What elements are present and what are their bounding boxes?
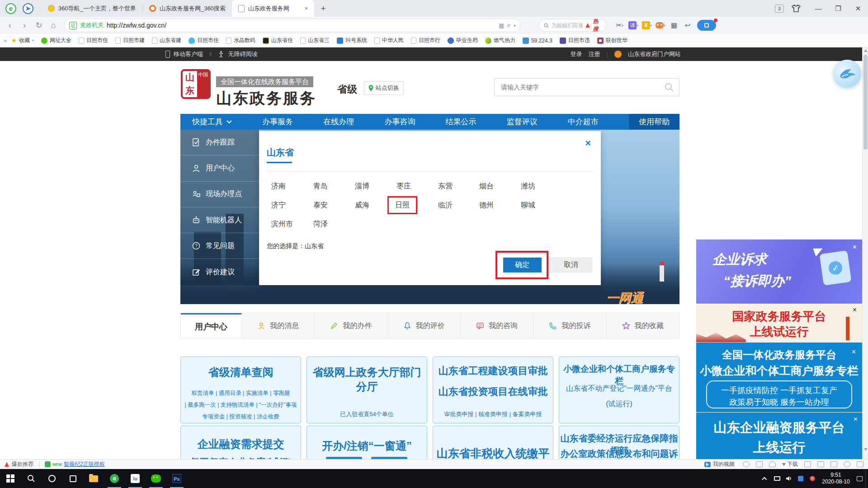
bookmark-item[interactable]: 日照市住 [79,37,108,44]
chevron-down-icon[interactable]: ▾ [514,23,516,28]
city-option[interactable]: 青岛 [313,182,345,191]
card-links[interactable]: 审批类申报 | 核准类申报 | 备案类申报 [433,410,553,418]
promo-link[interactable]: 鬓薇纪2正版授权 [64,460,105,468]
tray-expand-icon[interactable] [760,469,771,488]
tab-my-items[interactable]: 我的办件 [314,313,387,338]
forward-button[interactable]: › [17,19,32,32]
start-button[interactable] [0,469,21,488]
cancel-button[interactable]: 取消 [550,258,592,272]
action-center-icon[interactable] [854,469,865,488]
bookmark-item[interactable]: 59.224.3 [523,38,552,44]
sidebar-item-robot[interactable]: 智能机器人 [180,207,259,233]
accessibility-link[interactable]: 无障碍阅读 [228,50,257,58]
bookmark-item[interactable]: 山东省三 [300,37,330,44]
sidebar-item-service-point[interactable]: 现场办理点 [180,182,259,207]
bookmark-item[interactable]: 联创世华 [597,37,627,44]
wallet-icon[interactable]: ¥▾ [640,19,654,32]
tray-shield-icon[interactable] [795,469,807,488]
city-option[interactable]: 临沂 [438,201,470,210]
bookmark-item[interactable]: 日照市违 [560,37,590,44]
card-links[interactable]: 专项资金 | 投资核准 | 涉企收费 [181,413,301,421]
quick-search-box[interactable]: 为姐姐们应援的时候 热搜 [539,19,607,32]
login-link[interactable]: 登录 [571,50,582,58]
bookmark-item[interactable]: 日照市行 [411,37,440,44]
my-video-link[interactable]: 我的视频 [713,460,735,468]
nav-item[interactable]: 结果公示 [446,117,476,127]
hot-promo-label[interactable]: 爆款推荐 [12,460,33,468]
browser-tab-active[interactable]: 山东政务服务网 × [232,0,315,17]
bookmark-item[interactable]: 网址大全 [41,37,71,44]
game-center-icon[interactable]: ▾ [654,19,667,32]
url-field[interactable]: 证 党政机关 http://zwfw.sd.gov.cn/ ▦ e ▾ [64,19,521,32]
tab-my-reviews[interactable]: 我的评价 [387,313,460,338]
refresh-button[interactable]: ↻ [32,19,46,32]
scroll-down-arrow[interactable] [864,448,868,451]
portal-link[interactable]: 山东省政府门户网站 [628,50,681,58]
sidebar-item-tracking[interactable]: 办件跟踪 [180,130,259,155]
city-option[interactable]: 济宁 [271,201,303,210]
tab-count-badge[interactable]: 3 [775,5,784,13]
network-icon[interactable] [771,469,783,488]
layers-icon[interactable] [857,461,863,467]
nav-item[interactable]: 办事服务 [262,117,293,127]
reader-icon[interactable]: e [507,22,510,28]
card-checklist[interactable]: 省级清单查阅 权责清单 | 通用目录 | 实施清单 | 零跑腿 | 最多跑一次 … [180,357,301,423]
wechat-icon[interactable] [146,469,166,488]
browser-logo-icon[interactable]: e [5,3,16,14]
card-small-business[interactable]: 小微企业和个体工商户服务专栏 山东省不动产登记“一网通办”平台 (试运行) [559,357,679,423]
card-financing[interactable]: 企业融资需求提交 复工复产企业备案(试行) [180,426,301,459]
bookmark-item[interactable]: 毕业生档 [448,37,478,44]
bookmark-item[interactable]: 日照市建 [115,37,145,44]
window-restore-button[interactable]: ❐ [828,0,848,17]
float-banner-appeal[interactable]: × 企业诉求 “接诉即办” ✓ [696,239,862,304]
browser-tab[interactable]: 山东政务服务网_360搜索 [143,0,232,17]
nav-item[interactable]: 中介超市 [568,117,599,127]
monitor-icon[interactable] [830,461,837,467]
tab-my-consultations[interactable]: 我的咨询 [460,313,533,338]
dialog-title[interactable]: 山东省 [267,146,294,159]
scrollbar-thumb[interactable] [863,55,868,150]
show-desktop-button[interactable] [865,469,868,488]
file-explorer-icon[interactable] [83,469,104,488]
sidebar-item-faq[interactable]: ? 常见问题 [180,233,259,259]
list-icon[interactable] [817,461,824,467]
sidebar-item-feedback[interactable]: 评价建议 [180,259,259,285]
site-switch-button[interactable]: 站点切换 [364,81,404,95]
theme-skin-icon[interactable] [791,5,801,13]
cart-icon[interactable] [804,461,811,467]
tab-my-favorites[interactable]: 我的收藏 [606,313,679,338]
volume-icon[interactable] [783,469,795,488]
cortana-icon[interactable] [42,469,62,488]
url-text[interactable]: http://zwfw.sd.gov.cn/ [107,22,166,29]
sidebar-item-user-center[interactable]: 用户中心 [180,155,259,181]
bookmark-item[interactable]: 山东省建 [152,37,181,44]
scroll-up-arrow[interactable] [864,49,868,52]
login-manager-badge[interactable] [697,20,716,31]
card-links[interactable]: | 最多跑一次 | 支持物流清单 | “一次办好”事项 [181,401,301,409]
card-links[interactable]: 权责清单 | 通用目录 | 实施清单 | 零跑腿 [181,389,301,397]
bookmark-item[interactable]: 叫号系统 [337,37,367,44]
app-iu-icon[interactable]: iu [125,469,146,488]
city-option[interactable]: 泰安 [313,201,345,210]
translate-icon[interactable]: 译▾ [627,19,640,32]
city-option-rizhao-highlight[interactable]: 日照 [387,196,417,214]
bookmark-item[interactable]: 中华人民 [374,37,404,44]
close-icon[interactable]: × [853,243,857,251]
nav-item[interactable]: 监督评议 [507,117,538,127]
bookmark-item[interactable]: 水晶数码 [226,37,255,44]
city-option[interactable]: 滨州市 [271,220,303,229]
city-option[interactable]: 德州 [479,201,511,210]
card-emergency-office[interactable]: 山东省委经济运行应急保障指挥部 办公室政策信息发布和问题诉求反 [559,426,679,459]
bookmark-favorites[interactable]: ★收藏▾ [11,37,34,44]
city-option[interactable]: 济南 [271,182,303,191]
city-option[interactable]: 潍坊 [521,182,552,191]
browser-360-icon[interactable]: e [104,469,125,488]
card-project-approval[interactable]: 山东省工程建设项目审批 山东省投资项目在线审批 审批类申报 | 核准类申报 | … [433,357,553,423]
qr-code-icon[interactable]: ▦ [499,22,504,29]
nav-compass-icon[interactable]: ➤ [23,3,33,14]
chevron-double-icon[interactable]: » [4,37,7,44]
float-banner-smb-column[interactable]: × 全国一体化政务服务平台 小微企业和个体工商户服务专栏 一手抓疫情防控 一手抓… [696,343,862,412]
card-online-hall[interactable]: 省级网上政务大厅部门 分厅 已入驻省直54个单位 [307,357,427,423]
float-banner-national-platform[interactable]: × 国家政务服务平台 上线试运行 [696,304,862,342]
nav-item-quick-tools[interactable]: 快捷工具 [192,117,232,127]
